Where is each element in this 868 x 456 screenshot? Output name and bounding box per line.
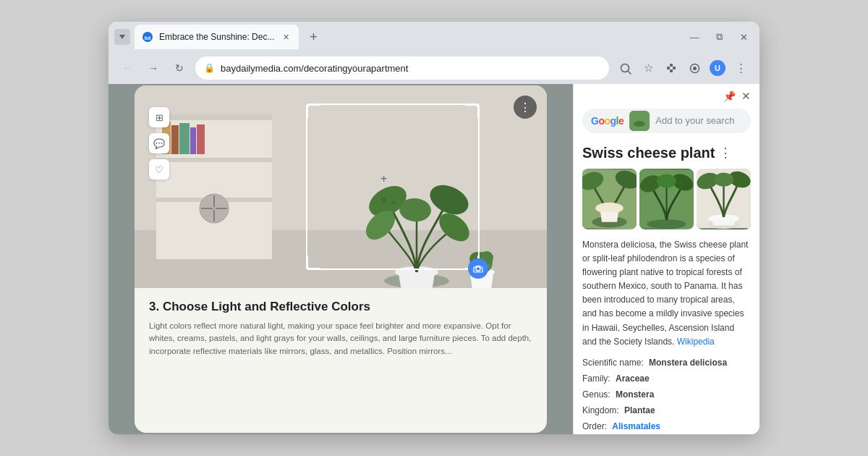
- google-lens-icon[interactable]: [684, 58, 705, 78]
- lens-camera-icon[interactable]: [468, 258, 488, 279]
- svg-point-60: [714, 172, 733, 186]
- panel-header: 📌 ✕: [574, 84, 760, 109]
- entity-image-2[interactable]: [639, 169, 694, 229]
- refresh-button[interactable]: ↻: [169, 58, 190, 78]
- close-button[interactable]: ✕: [733, 27, 754, 47]
- svg-rect-20: [190, 127, 196, 154]
- svg-rect-18: [171, 125, 179, 154]
- article-card: + ⊞ 💬 ♡ ⋮ 3. Choose Light and Reflective…: [135, 85, 547, 433]
- fact-label-order: Order:: [582, 421, 609, 431]
- back-button[interactable]: ←: [117, 58, 137, 78]
- panel-pin-button[interactable]: 📌: [723, 90, 736, 102]
- browser-window: bd Embrace the Sunshine: Dec... ✕ + — ⧉ …: [109, 22, 760, 434]
- article-image: + ⊞ 💬 ♡ ⋮: [135, 85, 547, 288]
- entity-image-1[interactable]: [582, 169, 637, 229]
- content-area: + ⊞ 💬 ♡ ⋮ 3. Choose Light and Reflective…: [109, 84, 760, 434]
- article-heading: 3. Choose Light and Reflective Colors: [149, 300, 532, 314]
- plus-cursor: +: [380, 172, 387, 185]
- fact-value-genus: Monstera: [616, 389, 654, 400]
- svg-rect-19: [179, 123, 190, 154]
- tab-close-button[interactable]: ✕: [280, 31, 292, 43]
- fact-label-genus: Genus:: [582, 389, 613, 400]
- browser-tab[interactable]: bd Embrace the Sunshine: Dec... ✕: [135, 25, 299, 49]
- url-bar[interactable]: 🔒 baydailymedia.com/decoratingyourapartm…: [195, 56, 609, 80]
- toolbar-icons: ☆ U ⋮: [615, 58, 751, 78]
- lens-corner-bl: [306, 256, 320, 270]
- facts-list: Scientific name: Monstera deliciosa Fami…: [574, 355, 760, 434]
- google-logo: Google: [591, 115, 624, 127]
- star-icon[interactable]: ☆: [638, 58, 658, 78]
- url-text: baydailymedia.com/decoratingyourapartmen…: [221, 63, 600, 74]
- svg-text:bd: bd: [145, 35, 151, 41]
- fact-label-scientific: Scientific name:: [582, 358, 646, 368]
- comment-button[interactable]: 💬: [149, 133, 169, 153]
- fact-label-family: Family:: [582, 373, 613, 384]
- maximize-button[interactable]: ⧉: [709, 27, 729, 47]
- fact-value-order[interactable]: Alismatales: [612, 421, 660, 431]
- svg-point-43: [634, 121, 645, 127]
- svg-rect-14: [156, 114, 272, 120]
- panel-search-bar[interactable]: Google Add to your search: [582, 109, 751, 133]
- title-bar: bd Embrace the Sunshine: Dec... ✕ + — ⧉ …: [109, 22, 760, 52]
- fact-row-kingdom: Kingdom: Plantae: [574, 402, 760, 418]
- svg-rect-7: [670, 64, 673, 67]
- article-text-area: 3. Choose Light and Reflective Colors Li…: [135, 288, 547, 369]
- svg-rect-21: [197, 124, 205, 154]
- fact-value-kingdom: Plantae: [624, 405, 655, 415]
- search-input[interactable]: Add to your search: [655, 115, 742, 126]
- wikipedia-link[interactable]: Wikipedia: [677, 337, 715, 347]
- tab-favicon: bd: [142, 31, 153, 43]
- lens-panel: 📌 ✕ Google Add to your search: [573, 84, 760, 434]
- lens-corner-tl: [306, 104, 320, 118]
- profile-avatar[interactable]: U: [707, 58, 728, 78]
- window-controls: — ⧉ ✕: [684, 27, 754, 47]
- fact-row-order: Order: Alismatales: [574, 418, 760, 434]
- like-button[interactable]: ♡: [149, 159, 169, 180]
- svg-point-51: [647, 219, 686, 228]
- entity-image-3[interactable]: [697, 169, 751, 229]
- svg-rect-15: [156, 158, 272, 162]
- svg-line-4: [628, 71, 631, 74]
- entity-images: [574, 169, 760, 238]
- fact-row-genus: Genus: Monstera: [574, 387, 760, 402]
- bookmark-button[interactable]: ⊞: [149, 107, 169, 127]
- forward-button[interactable]: →: [143, 58, 163, 78]
- tab-title: Embrace the Sunshine: Dec...: [159, 32, 274, 42]
- entity-more-button[interactable]: ⋮: [719, 145, 732, 161]
- entity-title: Swiss cheese plant: [582, 145, 715, 161]
- article-body: Light colors reflect more natural light,…: [149, 320, 532, 358]
- svg-point-10: [693, 67, 697, 70]
- lens-search-icon[interactable]: [615, 58, 635, 78]
- new-tab-button[interactable]: +: [303, 27, 323, 47]
- entity-description: Monstera deliciosa, the Swiss cheese pla…: [574, 238, 760, 355]
- lens-corner-tr: [465, 104, 480, 118]
- minimize-button[interactable]: —: [684, 27, 705, 47]
- svg-point-41: [476, 267, 480, 271]
- svg-rect-6: [673, 67, 676, 69]
- lens-selection-box: [306, 104, 480, 270]
- fact-label-kingdom: Kingdom:: [582, 405, 621, 415]
- fact-row-family: Family: Araceae: [574, 371, 760, 387]
- panel-close-button[interactable]: ✕: [741, 90, 751, 103]
- svg-point-54: [657, 174, 676, 187]
- main-page: + ⊞ 💬 ♡ ⋮ 3. Choose Light and Reflective…: [109, 84, 573, 434]
- svg-marker-0: [119, 35, 125, 39]
- article-sidebar-buttons: ⊞ 💬 ♡: [149, 107, 169, 180]
- overflow-menu-button[interactable]: ⋮: [514, 96, 537, 119]
- window-dropdown[interactable]: [114, 29, 130, 45]
- search-thumbnail: [629, 111, 650, 131]
- extensions-icon[interactable]: [661, 58, 681, 78]
- fact-value-scientific: Monstera deliciosa: [649, 358, 727, 368]
- entity-title-row: Swiss cheese plant ⋮: [574, 142, 760, 169]
- browser-menu-icon[interactable]: ⋮: [731, 58, 751, 78]
- security-icon: 🔒: [204, 63, 215, 73]
- address-bar: ← → ↻ 🔒 baydailymedia.com/decoratingyour…: [109, 52, 760, 84]
- fact-row-scientific: Scientific name: Monstera deliciosa: [574, 355, 760, 371]
- svg-rect-8: [670, 69, 673, 72]
- fact-value-family: Araceae: [616, 373, 650, 384]
- svg-rect-5: [667, 67, 670, 69]
